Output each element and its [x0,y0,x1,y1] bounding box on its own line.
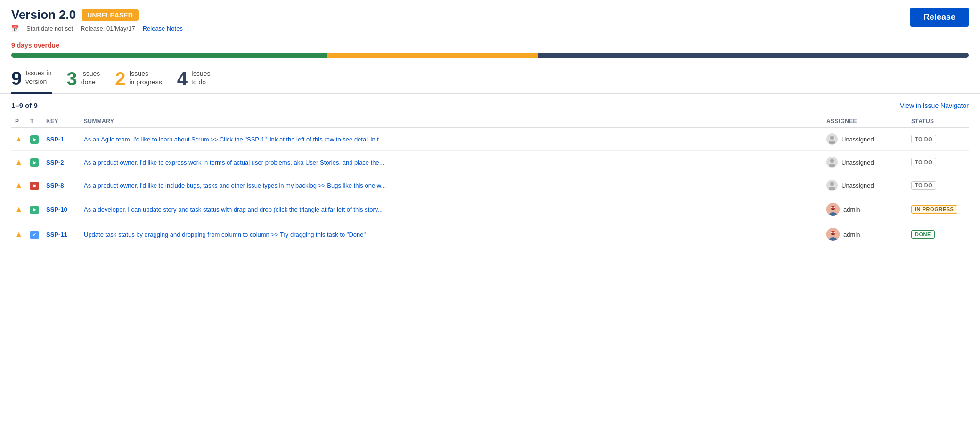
type-cell: ■ [26,174,42,197]
assignee-content: admin [826,203,904,216]
issues-table: P T Key Summary Assignee Status ▲▶SSP-1A… [11,115,969,247]
version-title: Version 2.0 [11,8,76,22]
stat-number-done: 3 [67,69,77,88]
stat-label-todo: Issuesto do [191,69,210,88]
start-date-label: Start date not set [26,25,73,32]
status-cell: DONE [907,222,969,247]
calendar-icon: 📅 [11,25,19,32]
table-header: P T Key Summary Assignee Status [11,115,969,128]
table-section: 1–9 of 9 View in Issue Navigator P T Key… [0,94,980,255]
type-icon: ▶ [30,206,39,214]
assignee-cell: admin [823,222,907,247]
issue-summary-text[interactable]: As a product owner, I'd like to express … [84,159,384,166]
status-badge[interactable]: IN PROGRESS [911,205,957,214]
issue-key-link[interactable]: SSP-2 [46,159,64,166]
svg-point-0 [830,136,834,140]
overdue-section: 9 days overdue [0,38,980,58]
type-cell: ▶ [26,151,42,174]
key-cell: SSP-2 [42,151,80,174]
col-header-p: P [11,115,26,128]
stat-label-inprogress: Issuesin progress [129,69,162,88]
col-header-assignee: Assignee [823,115,907,128]
priority-cell: ▲ [11,197,26,222]
header-left: Version 2.0 UNRELEASED 📅 Start date not … [11,8,183,32]
meta-row: 📅 Start date not set Release: 01/May/17 … [11,25,183,32]
view-navigator-link[interactable]: View in Issue Navigator [900,102,969,109]
issue-key-link[interactable]: SSP-1 [46,136,64,143]
summary-cell: As an Agile team, I'd like to learn abou… [80,128,823,151]
col-header-status: Status [907,115,969,128]
table-header-row: 1–9 of 9 View in Issue Navigator [11,101,969,109]
svg-point-2 [830,159,834,163]
table-row: ▲✓SSP-11Update task status by dragging a… [11,222,969,247]
release-notes-link[interactable]: Release Notes [143,25,183,32]
assignee-content: Unassigned [826,133,904,145]
assignee-cell: admin [823,197,907,222]
summary-cell: Update task status by dragging and dropp… [80,222,823,247]
assignee-name: Unassigned [841,159,874,166]
svg-rect-5 [829,187,835,190]
summary-cell: As a product owner, I'd like to include … [80,174,823,197]
release-date-label: Release: 01/May/17 [81,25,135,32]
issue-key-link[interactable]: SSP-8 [46,182,64,189]
type-icon: ✓ [30,231,39,239]
issue-summary-text[interactable]: As a developer, I can update story and t… [84,206,383,213]
unreleased-badge: UNRELEASED [82,9,138,21]
assignee-cell: Unassigned [823,151,907,174]
release-button[interactable]: Release [910,8,969,27]
status-badge[interactable]: TO DO [911,158,936,166]
assignee-content: Unassigned [826,180,904,191]
col-header-summary: Summary [80,115,823,128]
status-badge[interactable]: TO DO [911,181,936,190]
status-badge[interactable]: DONE [911,230,935,239]
issue-summary-text[interactable]: Update task status by dragging and dropp… [84,231,366,238]
issue-summary-text[interactable]: As a product owner, I'd like to include … [84,182,386,189]
svg-point-9 [831,207,833,208]
priority-icon: ▲ [15,158,23,166]
priority-icon: ▲ [15,135,23,143]
stat-number-todo: 4 [177,69,188,88]
type-icon: ■ [30,182,39,190]
table-row: ▲▶SSP-1As an Agile team, I'd like to lea… [11,128,969,151]
stats-row: 9 Issues inversion 3 Issuesdone 2 Issues… [0,65,980,94]
progress-bar [11,53,969,58]
issue-key-link[interactable]: SSP-10 [46,206,67,213]
type-cell: ✓ [26,222,42,247]
stat-label-done: Issuesdone [81,69,100,88]
stat-number-total: 9 [11,69,22,88]
type-icon: ▶ [30,158,39,167]
overdue-text: 9 days overdue [11,41,969,49]
issue-summary-text[interactable]: As an Agile team, I'd like to learn abou… [84,136,384,143]
avatar [826,180,838,191]
svg-point-4 [830,182,834,186]
summary-cell: As a developer, I can update story and t… [80,197,823,222]
stat-issues-todo[interactable]: 4 Issuesto do [177,69,211,93]
stat-issues-done[interactable]: 3 Issuesdone [67,69,100,93]
stat-issues-inprogress[interactable]: 2 Issuesin progress [115,69,162,93]
status-cell: TO DO [907,174,969,197]
stat-number-inprogress: 2 [115,69,125,88]
svg-rect-1 [829,141,835,144]
priority-cell: ▲ [11,151,26,174]
status-cell: IN PROGRESS [907,197,969,222]
key-cell: SSP-8 [42,174,80,197]
summary-cell: As a product owner, I'd like to express … [80,151,823,174]
priority-cell: ▲ [11,174,26,197]
assignee-name: Unassigned [841,182,874,189]
priority-cell: ▲ [11,222,26,247]
stat-issues-in-version[interactable]: 9 Issues inversion [11,69,52,94]
svg-point-14 [831,232,833,233]
type-cell: ▶ [26,197,42,222]
avatar [826,157,838,168]
col-header-key: Key [42,115,80,128]
status-badge[interactable]: TO DO [911,135,936,143]
issue-key-link[interactable]: SSP-11 [46,231,67,238]
table-row: ▲■SSP-8As a product owner, I'd like to i… [11,174,969,197]
status-cell: TO DO [907,151,969,174]
page-header: Version 2.0 UNRELEASED 📅 Start date not … [0,0,980,38]
key-cell: SSP-1 [42,128,80,151]
progress-inprogress [327,53,538,58]
status-cell: TO DO [907,128,969,151]
col-header-t: T [26,115,42,128]
assignee-cell: Unassigned [823,174,907,197]
